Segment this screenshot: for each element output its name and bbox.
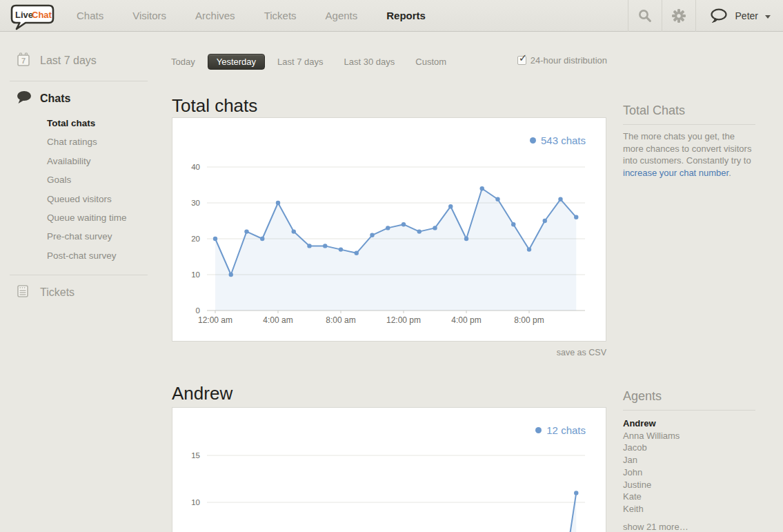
tickets-notepad-icon [17, 284, 40, 301]
settings-button[interactable] [662, 0, 695, 32]
sidebar-section-chats[interactable]: Chats [0, 90, 160, 107]
save-as-csv-link[interactable]: save as CSV [557, 348, 606, 357]
svg-text:12:00 am: 12:00 am [198, 315, 232, 325]
agent-item-john[interactable]: John [623, 466, 755, 479]
info-text-after-link: . [729, 168, 731, 178]
left-sidebar: 7 Last 7 days Chats Total chats Chat rat… [0, 32, 160, 301]
search-button[interactable] [628, 0, 662, 32]
agent-item-justine[interactable]: Justine [623, 479, 755, 491]
date-range-label: Last 7 days [40, 55, 97, 67]
nav-item-tickets[interactable]: Tickets [250, 0, 311, 32]
agent-item-kate[interactable]: Kate [623, 491, 755, 503]
topbar-right-cluster: Peter [628, 0, 783, 32]
total-chats-line-chart: 01020304012:00 am4:00 am8:00 am12:00 pm4… [172, 118, 606, 341]
livechat-logo-icon: Live Chat [8, 3, 57, 30]
top-navigation-bar: Live Chat Chats Visitors Archives Ticket… [0, 0, 783, 32]
andrew-chart-title: Andrew [172, 383, 232, 404]
livechat-logo[interactable]: Live Chat [8, 3, 57, 33]
checkmark-icon: ✓ [519, 52, 528, 64]
sidebar-item-chat-ratings[interactable]: Chat ratings [47, 132, 160, 151]
logo-text-chat: Chat [32, 10, 52, 20]
distribution-checkbox-row[interactable]: ✓ 24-hour distribution [517, 55, 607, 66]
svg-text:40: 40 [191, 163, 200, 171]
svg-text:10: 10 [191, 270, 200, 279]
sidebar-item-goals[interactable]: Goals [47, 170, 160, 189]
chart1-legend: 543 chats [530, 135, 586, 146]
nav-item-chats[interactable]: Chats [62, 0, 118, 32]
andrew-chart-panel: 12 chats 1510 [172, 407, 606, 532]
sidebar-divider [10, 275, 148, 275]
agent-item-anna-williams[interactable]: Anna Williams [623, 430, 755, 442]
sidebar-date-range[interactable]: 7 Last 7 days [0, 52, 160, 70]
agent-item-jan[interactable]: Jan [623, 454, 755, 466]
total-chats-info-panel: Total Chats The more chats you get, the … [623, 104, 755, 179]
calendar-7-icon: 7 [17, 52, 40, 70]
chart2-legend-label: 12 chats [546, 424, 586, 436]
user-menu[interactable]: Peter [695, 0, 783, 32]
sidebar-item-queued-visitors[interactable]: Queued visitors [47, 190, 160, 208]
svg-text:30: 30 [191, 199, 200, 207]
caret-down-icon [765, 15, 771, 19]
total-chats-chart-panel: 543 chats 01020304012:00 am4:00 am8:00 a… [172, 117, 606, 342]
svg-text:20: 20 [191, 235, 200, 243]
agents-panel-title: Agents [623, 389, 755, 411]
chats-bubble-icon [17, 90, 40, 107]
nav-item-archives[interactable]: Archives [181, 0, 250, 32]
agent-item-andrew[interactable]: Andrew [623, 417, 755, 430]
filter-yesterday[interactable]: Yesterday [208, 54, 265, 70]
svg-text:0: 0 [196, 306, 200, 315]
agent-item-jacob[interactable]: Jacob [623, 442, 755, 454]
sidebar-item-queue-waiting-time[interactable]: Queue waiting time [47, 208, 160, 227]
svg-text:12:00 pm: 12:00 pm [386, 315, 421, 325]
info-panel-text: The more chats you get, the more chances… [623, 130, 755, 179]
chart2-legend: 12 chats [535, 424, 586, 436]
tickets-section-label: Tickets [40, 286, 75, 299]
chat-bubble-icon [710, 8, 729, 23]
show-more-agents-link[interactable]: show 21 more… [623, 522, 755, 532]
agents-list: Andrew Anna Williams Jacob Jan John Just… [623, 417, 755, 515]
agent-item-keith[interactable]: Keith [623, 503, 755, 515]
nav-item-reports[interactable]: Reports [372, 0, 440, 32]
filter-last-30-days[interactable]: Last 30 days [344, 57, 395, 67]
filter-today[interactable]: Today [171, 57, 195, 67]
svg-text:10: 10 [191, 498, 200, 506]
sidebar-item-total-chats[interactable]: Total chats [47, 114, 160, 132]
main-nav: Chats Visitors Archives Tickets Agents R… [62, 0, 440, 32]
sidebar-item-availability[interactable]: Availability [47, 152, 160, 170]
chats-subnav: Total chats Chat ratings Availability Go… [47, 114, 160, 265]
sidebar-divider [10, 81, 148, 81]
legend-dot-icon [535, 427, 542, 433]
chart1-legend-label: 543 chats [541, 135, 586, 146]
sidebar-item-post-chat-survey[interactable]: Post-chat survey [47, 246, 160, 265]
svg-text:15: 15 [191, 451, 200, 460]
info-panel-title: Total Chats [623, 104, 755, 125]
svg-text:4:00 am: 4:00 am [263, 315, 293, 325]
total-chats-title: Total chats [172, 95, 257, 117]
sidebar-section-tickets[interactable]: Tickets [0, 284, 160, 301]
user-name: Peter [735, 10, 758, 21]
svg-text:4:00 pm: 4:00 pm [451, 315, 481, 325]
chats-section-label: Chats [40, 92, 70, 105]
nav-item-agents[interactable]: Agents [311, 0, 373, 32]
filter-last-7-days[interactable]: Last 7 days [277, 57, 324, 67]
svg-text:8:00 am: 8:00 am [326, 315, 355, 325]
nav-item-visitors[interactable]: Visitors [118, 0, 181, 32]
svg-text:7: 7 [21, 57, 26, 65]
distribution-checkbox[interactable]: ✓ [517, 56, 526, 65]
search-icon [637, 8, 653, 23]
info-text-before-link: The more chats you get, the more chances… [623, 131, 751, 166]
save-csv-row: save as CSV [172, 346, 606, 358]
distribution-checkbox-label: 24-hour distribution [531, 55, 607, 66]
sidebar-item-pre-chat-survey[interactable]: Pre-chat survey [47, 227, 160, 246]
gear-icon [671, 8, 686, 23]
filter-custom[interactable]: Custom [415, 57, 446, 67]
date-filter-bar: Today Yesterday Last 7 days Last 30 days… [171, 54, 607, 72]
reports-page: Live Chat Chats Visitors Archives Ticket… [0, 0, 783, 532]
svg-text:8:00 pm: 8:00 pm [514, 315, 544, 325]
legend-dot-icon [530, 137, 536, 144]
increase-chat-number-link[interactable]: increase your chat number [623, 168, 729, 178]
logo-text-live: Live [15, 10, 33, 20]
agents-panel: Agents Andrew Anna Williams Jacob Jan Jo… [623, 389, 755, 532]
